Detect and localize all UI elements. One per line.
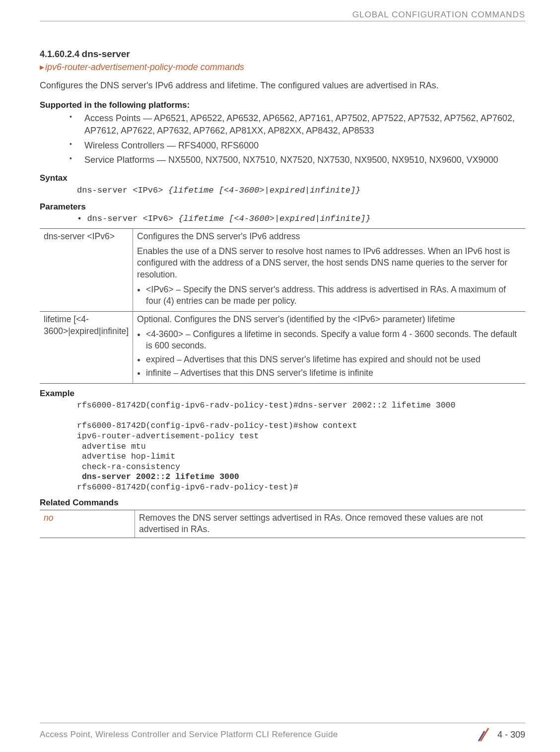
arrow-right-icon: ▸ [40,62,44,72]
param-desc: Optional. Configures the DNS server's (i… [133,311,525,383]
header-section-label: GLOBAL CONFIGURATION COMMANDS [40,10,525,20]
page-footer: Access Point, Wireless Controller and Se… [40,723,525,743]
list-item: Wireless Controllers — RFS4000, RFS6000 [70,139,525,152]
code-line: advertise mtu [77,442,146,451]
code-line: check-ra-consistency [77,462,180,472]
related-table: no Removes the DNS server settings adver… [40,510,525,538]
param-name: dns-server <IPv6> [40,229,133,312]
param-syntax: • dns-server <IPv6> {lifetime [<4-3600>|… [77,214,525,223]
code-line: rfs6000-81742D(config-ipv6-radv-policy-t… [77,421,357,430]
parameters-table: dns-server <IPv6> Configures the DNS ser… [40,228,525,384]
breadcrumb-text: ipv6-router-advertisement-policy-mode co… [45,62,244,72]
page-number: 4 - 309 [497,730,525,740]
related-command[interactable]: no [40,510,135,538]
supported-heading: Supported in the following platforms: [40,100,525,110]
param-italic: {lifetime [<4-3600>|expired|infinite]} [178,214,371,223]
list-item: Service Platforms — NX5500, NX7500, NX75… [70,154,525,166]
example-code: rfs6000-81742D(config-ipv6-radv-policy-t… [77,401,525,493]
list-item: Access Points — AP6521, AP6522, AP6532, … [70,112,525,137]
page: GLOBAL CONFIGURATION COMMANDS 4.1.60.2.4… [0,0,560,752]
related-desc: Removes the DNS server settings advertis… [135,510,526,538]
list-item: infinite – Advertises that this DNS serv… [146,367,521,379]
param-desc-line: Enables the use of a DNS server to resol… [137,246,521,281]
header-rule [40,21,525,21]
section-number: 4.1.60.2.4 [40,49,79,59]
param-desc-line: Optional. Configures the DNS server's (i… [137,314,521,326]
param-prefix: • dns-server <IPv6> [77,214,178,223]
code-line-bold: dns-server 2002::2 lifetime 3000 [77,472,239,481]
footer-rule [40,723,525,723]
param-desc: Configures the DNS server's IPv6 address… [133,229,525,312]
section-title: dns-server [82,49,130,59]
syntax-code: dns-server <IPv6> {lifetime [<4-3600>|ex… [77,185,525,196]
syntax-italic: {lifetime [<4-3600>|expired|infinite]} [168,186,361,195]
param-bullets: <4-3600> – Configures a lifetime in seco… [137,329,521,380]
list-item: <IPv6> – Specify the DNS server's addres… [146,284,521,307]
section-heading: 4.1.60.2.4 dns-server [40,49,525,60]
param-name: lifetime [<4-3600>|expired|infinite] [40,311,133,383]
code-line: advertise hop-limit [77,452,175,461]
slash-icon [478,726,491,743]
list-item: <4-3600> – Configures a lifetime in seco… [146,329,521,352]
code-line: rfs6000-81742D(config-ipv6-radv-policy-t… [77,482,298,492]
code-line: ipv6-router-advertisement-policy test [77,431,259,441]
breadcrumb-link[interactable]: ▸ipv6-router-advertisement-policy-mode c… [40,62,525,72]
platform-list: Access Points — AP6521, AP6522, AP6532, … [70,112,525,166]
list-item: expired – Advertises that this DNS serve… [146,354,521,366]
param-desc-line: Configures the DNS server's IPv6 address [137,231,521,243]
param-bullets: <IPv6> – Specify the DNS server's addres… [137,284,521,307]
syntax-plain: dns-server <IPv6> [77,186,168,195]
code-line: rfs6000-81742D(config-ipv6-radv-policy-t… [77,401,455,410]
footer-title: Access Point, Wireless Controller and Se… [40,730,338,740]
example-heading: Example [40,389,525,399]
related-heading: Related Commands [40,498,525,508]
intro-text: Configures the DNS server's IPv6 address… [40,79,525,91]
syntax-heading: Syntax [40,173,525,183]
parameters-heading: Parameters [40,202,525,212]
